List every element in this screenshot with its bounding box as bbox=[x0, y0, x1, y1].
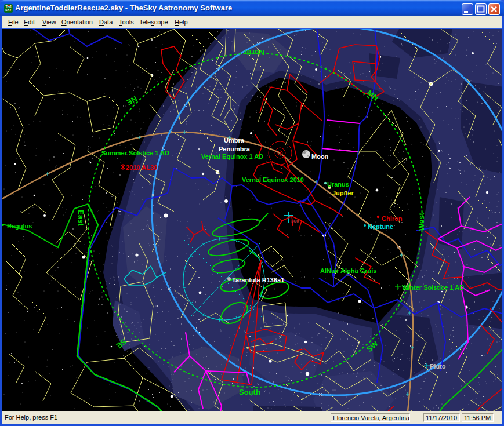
svg-text:Chiron: Chiron bbox=[382, 215, 403, 222]
svg-text:Moon: Moon bbox=[311, 153, 329, 160]
svg-text:AlNair Alpha Gruis: AlNair Alpha Gruis bbox=[320, 267, 376, 274]
svg-text:Jupiter: Jupiter bbox=[332, 190, 354, 196]
svg-text:West: West bbox=[417, 213, 426, 231]
svg-text:360: 360 bbox=[291, 219, 299, 224]
svg-text:Uranus: Uranus bbox=[327, 181, 349, 188]
svg-text:South: South bbox=[239, 388, 260, 396]
svg-text:Vernal Equinox 1 AD: Vernal Equinox 1 AD bbox=[201, 153, 263, 160]
svg-text:East: East bbox=[77, 210, 85, 226]
svg-text:North: North bbox=[244, 48, 264, 57]
svg-text:Vernal Equinox 2010: Vernal Equinox 2010 bbox=[242, 176, 304, 183]
svg-text:Winter Solstice 1 AD: Winter Solstice 1 AD bbox=[402, 284, 464, 291]
svg-text:Penumbra: Penumbra bbox=[219, 145, 251, 152]
svg-text:Umbra: Umbra bbox=[224, 137, 245, 144]
svg-text:2010 AL30: 2010 AL30 bbox=[126, 164, 157, 171]
svg-text:Neptune: Neptune bbox=[368, 223, 393, 230]
svg-text:Summer Solstice 1 AD: Summer Solstice 1 AD bbox=[101, 150, 169, 156]
svg-text:Tarantula R136a1: Tarantula R136a1 bbox=[232, 276, 284, 283]
svg-text:Pluto: Pluto bbox=[430, 363, 446, 370]
svg-text:Regulus: Regulus bbox=[7, 223, 32, 230]
